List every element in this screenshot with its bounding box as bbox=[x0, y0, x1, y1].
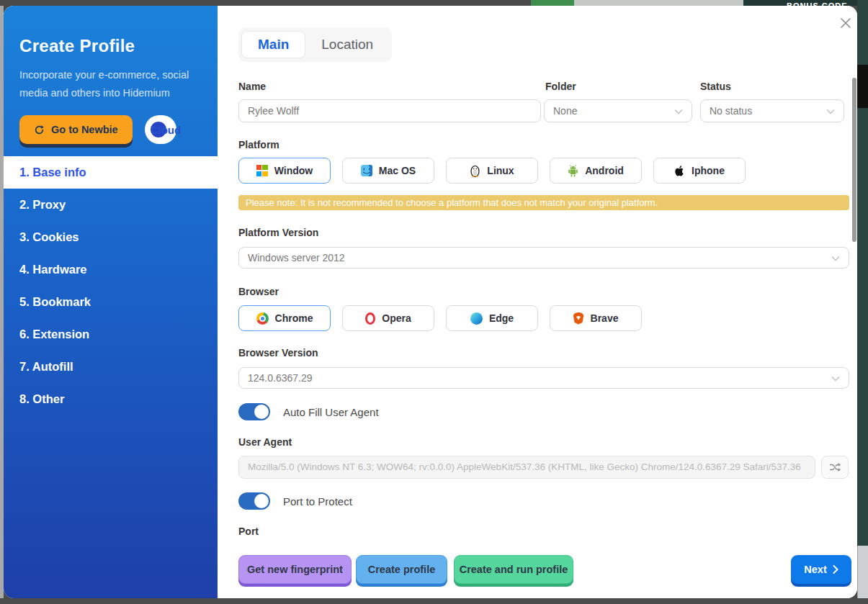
port-to-protect-row: Port to Protect bbox=[238, 492, 352, 510]
browser-option-label: Chrome bbox=[275, 312, 313, 324]
auto-fill-user-agent-toggle[interactable] bbox=[238, 403, 270, 420]
shuffle-icon bbox=[829, 461, 841, 473]
go-to-newbie-button[interactable]: Go to Newbie bbox=[19, 115, 133, 144]
sidebar-item-bookmark[interactable]: 5. Bookmark bbox=[4, 286, 218, 318]
browser-option-label: Brave bbox=[591, 312, 619, 324]
platform-option-iphone[interactable]: Iphone bbox=[653, 158, 746, 184]
shuffle-user-agent-button[interactable] bbox=[821, 456, 849, 479]
get-new-fingerprint-button[interactable]: Get new fingerprint bbox=[238, 555, 352, 584]
sidebar-actions: Go to Newbie Cloud bbox=[19, 115, 176, 144]
port-to-protect-label: Port to Protect bbox=[283, 495, 352, 508]
name-input[interactable] bbox=[238, 99, 541, 122]
platform-option-label: Iphone bbox=[692, 165, 725, 176]
browser-option-chrome[interactable]: Chrome bbox=[238, 305, 331, 331]
scrollbar-thumb[interactable] bbox=[852, 78, 856, 242]
next-label: Next bbox=[804, 564, 826, 575]
platform-note: Please note: It is not recommended to ch… bbox=[238, 195, 849, 210]
chevron-down-icon bbox=[831, 252, 840, 263]
chrome-icon bbox=[256, 312, 269, 325]
folder-value: None bbox=[553, 105, 668, 117]
port-label: Port bbox=[238, 526, 310, 535]
platform-option-label: Linux bbox=[487, 165, 514, 176]
background-page-dark-patch bbox=[857, 65, 868, 108]
platform-option-label: Android bbox=[585, 165, 624, 176]
linux-tux-icon bbox=[470, 165, 480, 177]
platform-option-label: Mac OS bbox=[379, 165, 416, 176]
toggle-knob bbox=[254, 405, 269, 419]
user-agent-input[interactable]: Mozilla/5.0 (Windows NT 6.3; WOW64; rv:0… bbox=[238, 456, 815, 479]
sidebar-item-other[interactable]: 8. Other bbox=[4, 383, 218, 415]
folder-select[interactable]: None bbox=[544, 99, 692, 122]
background-page-green-patch bbox=[531, 0, 574, 6]
cloud-toggle[interactable]: Cloud bbox=[145, 115, 176, 144]
status-select[interactable]: No status bbox=[700, 99, 844, 122]
chevron-down-icon bbox=[674, 105, 683, 117]
platform-version-value: Windows server 2012 bbox=[248, 252, 826, 263]
sidebar-item-proxy[interactable]: 2. Proxy bbox=[4, 189, 218, 221]
cloud-label: Cloud bbox=[151, 124, 182, 136]
platform-label: Platform bbox=[238, 139, 279, 150]
create-and-run-profile-button[interactable]: Create and run profile bbox=[454, 555, 573, 584]
go-to-newbie-label: Go to Newbie bbox=[51, 124, 118, 135]
platform-option-window[interactable]: Window bbox=[238, 158, 331, 184]
refresh-icon bbox=[34, 125, 45, 135]
sidebar-nav: 1. Base info 2. Proxy 3. Cookies 4. Hard… bbox=[4, 156, 218, 415]
tab-location[interactable]: Location bbox=[305, 32, 389, 58]
form-scroll-area: Main Location Name Folder None Status bbox=[218, 6, 857, 535]
browser-option-label: Opera bbox=[382, 312, 411, 324]
sidebar: Create Profile Incorporate your e-commer… bbox=[4, 6, 218, 598]
browser-option-edge[interactable]: Edge bbox=[446, 305, 538, 331]
page-subtitle: Incorporate your e-commerce, social medi… bbox=[19, 66, 200, 102]
main-panel: Main Location Name Folder None Status bbox=[218, 6, 857, 598]
platform-version-label: Platform Version bbox=[238, 227, 318, 238]
apple-icon bbox=[674, 165, 685, 177]
sidebar-item-extension[interactable]: 6. Extension bbox=[4, 318, 218, 351]
tab-bar: Main Location bbox=[238, 27, 392, 62]
auto-fill-user-agent-label: Auto Fill User Agent bbox=[283, 406, 379, 418]
background-page-light-strip bbox=[857, 546, 868, 598]
platform-version-select[interactable]: Windows server 2012 bbox=[238, 247, 849, 269]
auto-fill-user-agent-row: Auto Fill User Agent bbox=[238, 403, 379, 420]
sidebar-item-autofill[interactable]: 7. Autofill bbox=[4, 351, 218, 383]
chevron-down-icon bbox=[831, 372, 840, 384]
windows-logo-icon bbox=[256, 165, 268, 176]
browser-option-brave[interactable]: Brave bbox=[550, 305, 642, 331]
create-profile-modal: Create Profile Incorporate your e-commer… bbox=[4, 6, 857, 598]
folder-label: Folder bbox=[545, 81, 576, 92]
page-title: Create Profile bbox=[19, 36, 135, 56]
status-value: No status bbox=[710, 105, 820, 117]
create-profile-button[interactable]: Create profile bbox=[356, 555, 447, 584]
android-robot-icon bbox=[568, 165, 578, 177]
macos-finder-icon bbox=[361, 165, 372, 176]
opera-icon bbox=[365, 312, 375, 325]
port-to-protect-toggle[interactable] bbox=[238, 492, 270, 510]
brave-icon bbox=[573, 312, 584, 325]
toggle-knob bbox=[254, 494, 269, 508]
screen: BONUS CODE Create Profile Incorporate yo… bbox=[0, 0, 868, 604]
background-page-bottom-strip bbox=[0, 598, 868, 604]
browser-version-label: Browser Version bbox=[238, 347, 318, 359]
next-button[interactable]: Next bbox=[791, 555, 851, 584]
browser-version-value: 124.0.6367.29 bbox=[248, 372, 826, 384]
browser-option-label: Edge bbox=[489, 312, 514, 324]
background-page-bonus-text: BONUS CODE bbox=[743, 0, 868, 6]
platform-option-android[interactable]: Android bbox=[550, 158, 642, 184]
status-label: Status bbox=[700, 81, 731, 92]
edge-icon bbox=[470, 312, 483, 325]
browser-version-select[interactable]: 124.0.6367.29 bbox=[238, 367, 849, 389]
platform-option-linux[interactable]: Linux bbox=[446, 158, 538, 184]
tab-main[interactable]: Main bbox=[241, 31, 305, 58]
platform-option-label: Window bbox=[274, 165, 313, 176]
background-page-light-patch bbox=[574, 0, 743, 6]
name-label: Name bbox=[238, 81, 266, 92]
platform-option-macos[interactable]: Mac OS bbox=[342, 158, 434, 184]
browser-label: Browser bbox=[238, 286, 279, 297]
browser-option-opera[interactable]: Opera bbox=[342, 305, 434, 331]
sidebar-item-cookies[interactable]: 3. Cookies bbox=[4, 221, 218, 253]
chevron-right-icon bbox=[833, 565, 838, 574]
sidebar-item-hardware[interactable]: 4. Hardware bbox=[4, 253, 218, 286]
port-label-clipped: Port bbox=[238, 526, 310, 535]
sidebar-item-base-info[interactable]: 1. Base info bbox=[4, 156, 218, 189]
user-agent-label: User Agent bbox=[238, 436, 292, 448]
chevron-down-icon bbox=[826, 105, 835, 117]
